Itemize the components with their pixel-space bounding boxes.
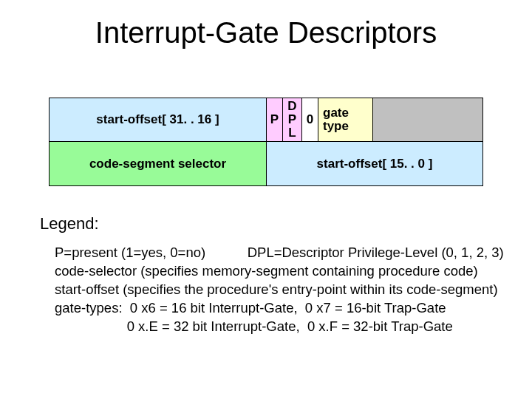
legend-text: P=present (1=yes, 0=no) DPL=Descriptor P… (55, 244, 504, 336)
field-code-segment-selector: code-segment selector (50, 142, 267, 185)
field-dpl: D P L (283, 98, 302, 141)
field-start-offset-high: start-offset[ 31. . 16 ] (50, 98, 267, 141)
descriptor-diagram: start-offset[ 31. . 16 ] P D P L 0 gate … (49, 98, 483, 186)
field-p-bit: P (267, 98, 283, 141)
field-reserved (373, 98, 482, 141)
field-zero-bit: 0 (302, 98, 318, 141)
field-start-offset-low: start-offset[ 15. . 0 ] (267, 142, 482, 185)
field-gate-type: gate type (318, 98, 373, 141)
slide-title: Interrupt-Gate Descriptors (0, 16, 532, 50)
descriptor-row-high: start-offset[ 31. . 16 ] P D P L 0 gate … (49, 98, 483, 142)
legend-heading: Legend: (40, 214, 99, 233)
descriptor-row-low: code-segment selector start-offset[ 15. … (49, 142, 483, 186)
